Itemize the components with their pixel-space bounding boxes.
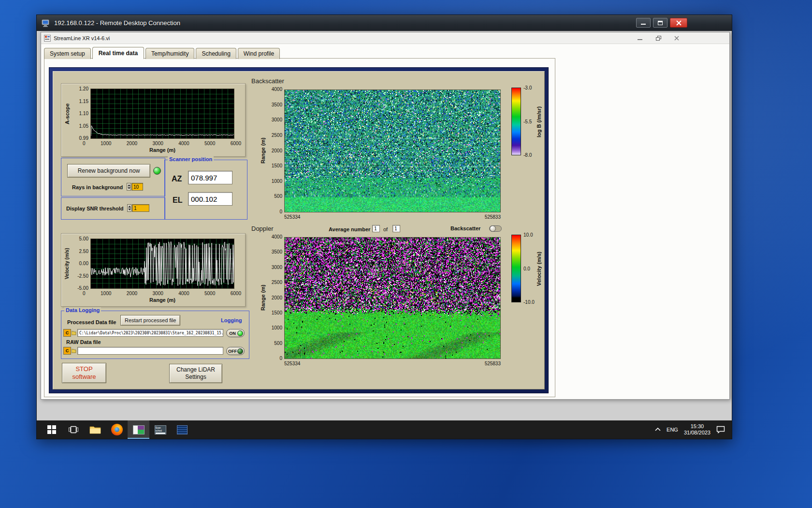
- scanner-position-title: Scanner position: [168, 156, 214, 162]
- terminal-app-icon[interactable]: [171, 420, 193, 439]
- firefox-logo: [111, 424, 123, 435]
- backscatter-colorbar-ticks: -3.0-5.5-8.0: [523, 85, 532, 158]
- tab-wind-profile[interactable]: Wind profile: [238, 48, 280, 59]
- active-app-icon[interactable]: [128, 420, 149, 439]
- tick-label: 5.00: [79, 236, 88, 241]
- close-icon: [674, 36, 679, 41]
- notifications-icon[interactable]: [716, 426, 725, 433]
- rdp-close-button[interactable]: [670, 18, 687, 28]
- processed-browse-icon[interactable]: [72, 330, 76, 335]
- taskbar: Scan sched ENG 15:30 31/08/2023: [37, 420, 732, 439]
- doppler-x-end: 525833: [485, 361, 501, 366]
- app-titlebar[interactable]: StreamLine XR v14-6.vi: [41, 32, 729, 44]
- el-value-field[interactable]: 000.102: [188, 192, 232, 206]
- snr-threshold-label: Display SNR threshold: [66, 206, 124, 211]
- stop-line2: software: [72, 373, 96, 381]
- tick-label: 6000: [231, 291, 241, 296]
- average-number-field[interactable]: 1: [372, 225, 380, 232]
- remote-desktop: StreamLine XR v14-6.vi System setup Rea: [37, 31, 732, 439]
- raw-browse-icon[interactable]: [72, 348, 76, 353]
- language-indicator[interactable]: ENG: [667, 427, 678, 433]
- rays-spinner[interactable]: [127, 183, 131, 191]
- rdp-minimize-button[interactable]: [636, 18, 651, 28]
- folder-icon: [89, 425, 101, 434]
- raw-path-field[interactable]: [77, 347, 223, 355]
- vi-app-icon: [44, 35, 51, 42]
- scanner-position-box: Scanner position AZ 078.997 EL 000.102: [164, 160, 247, 220]
- average-total-field[interactable]: 1: [392, 225, 400, 232]
- snr-value-field[interactable]: 1: [132, 204, 149, 212]
- tick-label: 500: [274, 194, 282, 199]
- app-title: StreamLine XR v14-6.vi: [54, 35, 110, 41]
- processed-drive-selector[interactable]: C: [63, 329, 71, 337]
- data-logging-box: Data Logging Processed Data file Restart…: [61, 311, 249, 359]
- tab-scheduling[interactable]: Scheduling: [196, 48, 236, 59]
- rdp-window: 192.168.0.122 - Remote Desktop Connectio…: [36, 15, 732, 439]
- processed-path-field[interactable]: C:\Lidar\Data\Proc\2023\202308\20230831\…: [77, 329, 223, 337]
- doppler-colorbar-ticks: 10.00.0-10.0: [523, 232, 535, 305]
- maximize-icon: [658, 21, 663, 25]
- snr-spinner[interactable]: [127, 204, 131, 212]
- app-minimize-button[interactable]: [633, 34, 647, 43]
- tick-label: -5.5: [523, 119, 532, 124]
- raw-drive-selector[interactable]: C: [63, 347, 71, 355]
- taskbar-date: 31/08/2023: [684, 430, 710, 436]
- processed-logging-toggle[interactable]: ON: [226, 329, 245, 337]
- doppler-y-ticks: 40003500300025002000150010005000: [266, 234, 282, 361]
- doppler-y-axis-title: Range (m): [260, 237, 266, 358]
- file-explorer-icon[interactable]: [84, 420, 106, 439]
- minimize-icon: [641, 21, 646, 25]
- doppler-section-title: Doppler: [251, 225, 274, 232]
- tick-label: -3.0: [523, 85, 532, 90]
- backscatter-toggle[interactable]: [489, 225, 502, 232]
- velocity-trace-canvas: [91, 239, 234, 288]
- rdp-maximize-button[interactable]: [653, 18, 667, 28]
- tick-label: 3000: [272, 117, 282, 122]
- tab-real-time-data[interactable]: Real time data: [92, 47, 144, 59]
- tab-temp-humidity[interactable]: Temp/humidity: [145, 48, 194, 59]
- stop-software-button[interactable]: STOP software: [62, 363, 106, 383]
- tick-label: 1.20: [79, 86, 88, 91]
- app-restore-button[interactable]: [652, 34, 665, 43]
- tick-label: 5000: [204, 291, 215, 296]
- tick-label: 1.05: [79, 123, 88, 129]
- backscatter-colorbar-title: log B (/m/sr): [536, 90, 542, 154]
- tab-system-setup[interactable]: System setup: [44, 48, 91, 59]
- velocity-x-axis-title: Range (m): [90, 297, 234, 303]
- ascope-trace-canvas: [91, 89, 234, 138]
- rdp-titlebar[interactable]: 192.168.0.122 - Remote Desktop Connectio…: [37, 15, 732, 31]
- toggle-knob: [490, 225, 496, 232]
- tick-label: -8.0: [523, 152, 532, 158]
- screen: { "colors": { "desktop_blue": "#1b55b4",…: [0, 0, 812, 508]
- az-label: AZ: [172, 175, 182, 183]
- hidden-icons-chevron[interactable]: [655, 428, 661, 432]
- processed-data-file-label: Processed Data file: [67, 319, 116, 325]
- off-label: OFF: [228, 349, 237, 354]
- taskbar-clock[interactable]: 15:30 31/08/2023: [684, 423, 710, 436]
- rdp-title: 192.168.0.122 - Remote Desktop Connectio…: [54, 19, 180, 27]
- change-lidar-settings-button[interactable]: Change LiDAR Settings: [169, 364, 222, 383]
- raw-logging-toggle[interactable]: OFF: [226, 347, 245, 355]
- background-controls-box: Renew background now Rays in background …: [61, 158, 165, 196]
- start-button[interactable]: [41, 420, 62, 439]
- firefox-icon[interactable]: [106, 420, 128, 439]
- app-close-button[interactable]: [670, 34, 683, 43]
- change-line2: Settings: [185, 374, 206, 381]
- rays-value-field[interactable]: 10: [131, 183, 143, 191]
- renew-background-button[interactable]: Renew background now: [67, 164, 150, 178]
- average-of-label: of: [383, 226, 388, 232]
- rays-in-background-label: Rays in background: [72, 184, 123, 190]
- backscatter-y-axis-title: Range (m): [260, 90, 266, 211]
- on-label: ON: [228, 331, 237, 336]
- tick-label: 4000: [272, 234, 282, 239]
- restart-processed-file-button[interactable]: Restart processed file: [120, 315, 180, 326]
- tick-label: 3000: [272, 265, 282, 270]
- backscatter-x-ticks: 525334 525833: [284, 214, 501, 220]
- task-view-button[interactable]: [62, 420, 84, 439]
- doppler-colorbar: [511, 235, 521, 302]
- scan-scheduler-icon[interactable]: Scan sched: [149, 420, 171, 439]
- velocity-x-ticks: 0100020003000400050006000: [83, 291, 241, 296]
- az-value-field[interactable]: 078.997: [188, 171, 232, 184]
- velocity-y-axis-title: Velocity (m/s): [64, 239, 70, 289]
- ascope-x-ticks: 0100020003000400050006000: [83, 141, 241, 146]
